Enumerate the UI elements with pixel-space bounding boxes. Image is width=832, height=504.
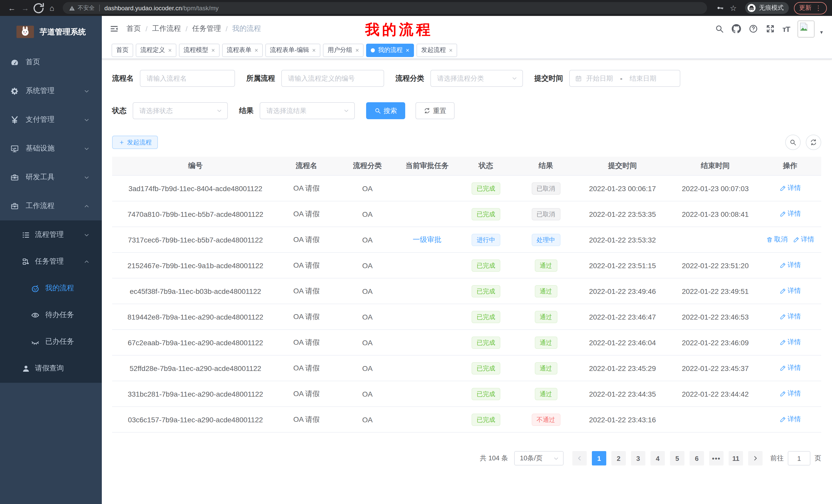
table-body: 3ad174fb-7b9d-11ec-8404-acde48001122 OA … [112, 176, 821, 432]
tab-label: 流程表单 [227, 46, 252, 54]
not-secure-badge[interactable]: 不安全 [69, 4, 95, 12]
sidebar-item[interactable]: 研发工具 [0, 163, 102, 192]
collapse-sidebar-icon[interactable] [109, 25, 119, 33]
address-bar[interactable]: 不安全 dashboard.yudao.iocoder.cn/bpm/task/… [63, 2, 707, 14]
sidebar-item[interactable]: 请假查询 [0, 355, 102, 382]
detail-action[interactable]: 详情 [779, 312, 801, 321]
search-icon[interactable] [714, 24, 724, 33]
tab-发起流程[interactable]: 发起流程 × [417, 44, 457, 57]
tab-用户分组[interactable]: 用户分组 × [323, 44, 364, 57]
total-count: 共 104 条 [480, 454, 508, 463]
prev-page-button[interactable] [572, 451, 587, 466]
forward-icon[interactable]: → [19, 1, 32, 15]
app-logo[interactable]: 芋道管理系统 [0, 16, 102, 48]
tab-流程表单[interactable]: 流程表单 × [222, 44, 263, 57]
page-button-5[interactable]: 5 [670, 451, 684, 466]
sidebar-item[interactable]: 待办任务 [0, 302, 102, 328]
page-button-3[interactable]: 3 [631, 451, 645, 466]
tab-首页[interactable]: 首页 [111, 44, 133, 57]
back-icon[interactable]: ← [5, 1, 19, 15]
fullscreen-icon[interactable] [765, 24, 775, 33]
calendar-icon [575, 75, 582, 82]
close-icon[interactable]: × [449, 47, 452, 54]
detail-action[interactable]: 详情 [779, 286, 801, 296]
detail-action[interactable]: 详情 [779, 184, 801, 193]
reset-button[interactable]: 重置 [415, 102, 454, 119]
page-button-2[interactable]: 2 [612, 451, 626, 466]
category-select[interactable]: 请选择流程分类 [431, 70, 523, 87]
font-size-icon[interactable]: тT [782, 24, 790, 33]
breadcrumb-item[interactable]: 任务管理 [192, 24, 221, 33]
detail-action[interactable]: 详情 [779, 363, 801, 373]
start-date-placeholder: 开始日期 [586, 74, 613, 83]
page-button-4[interactable]: 4 [650, 451, 665, 466]
github-icon[interactable] [731, 24, 741, 33]
cell-submit-time: 2022-01-22 23:46:47 [573, 313, 672, 321]
close-icon[interactable]: × [168, 47, 172, 54]
caret-down-icon[interactable]: ▼ [819, 30, 824, 35]
search-button[interactable]: 搜索 [366, 102, 405, 119]
breadcrumb-item[interactable]: 首页 [127, 24, 141, 33]
process-name-input-field[interactable] [140, 75, 234, 82]
divider [99, 5, 100, 11]
tab-流程定义[interactable]: 流程定义 × [136, 44, 176, 57]
cancel-action[interactable]: 取消 [766, 235, 787, 244]
tab-流程表单-编辑[interactable]: 流程表单-编辑 × [265, 44, 320, 57]
close-icon[interactable]: × [255, 47, 258, 54]
cell-current-task[interactable]: 一级审批 [400, 235, 453, 244]
goto-page-input[interactable] [788, 451, 810, 466]
sidebar-item[interactable]: 支付管理 [0, 105, 102, 134]
close-icon[interactable]: × [355, 47, 359, 54]
cell-submit-time: 2022-01-22 23:45:29 [573, 364, 672, 372]
sidebar-item[interactable]: 我的流程 [0, 275, 102, 302]
reload-icon[interactable] [32, 1, 45, 15]
sidebar-item[interactable]: 工作流程 [0, 192, 102, 220]
cell-id: 67c2eaab-7b9a-11ec-a290-acde48001122 [112, 338, 279, 346]
page-button-1[interactable]: 1 [592, 451, 606, 466]
sidebar-item[interactable]: 流程管理 [0, 221, 102, 248]
update-button[interactable]: 更新 ⋮ [794, 2, 827, 14]
show-search-button[interactable] [785, 135, 801, 150]
flow-icon [22, 257, 30, 266]
sidebar-item[interactable]: 基础设施 [0, 134, 102, 163]
page-size-select[interactable]: 10条/页 [514, 451, 564, 466]
result-select[interactable]: 请选择流结果 [260, 102, 355, 119]
breadcrumb-item[interactable]: 工作流程 [152, 24, 181, 33]
date-range-picker[interactable]: 开始日期 - 结束日期 [569, 70, 680, 87]
sidebar-item[interactable]: 首页 [0, 48, 102, 77]
column-header: 操作 [759, 161, 821, 171]
home-icon[interactable]: ⌂ [45, 1, 59, 15]
dashboard-icon [10, 58, 19, 66]
page-button-11[interactable]: 11 [729, 451, 743, 466]
cell-actions: 详情 [759, 389, 821, 399]
tab-我的流程[interactable]: 我的流程 × [366, 44, 414, 57]
close-icon[interactable]: × [312, 47, 316, 54]
next-page-button[interactable] [748, 451, 762, 466]
browser-menu-icon[interactable]: ⋮ [815, 4, 822, 12]
detail-action[interactable]: 详情 [779, 415, 801, 424]
detail-action[interactable]: 详情 [779, 389, 801, 398]
tab-流程模型[interactable]: 流程模型 × [179, 44, 219, 57]
sidebar-item[interactable]: 系统管理 [0, 77, 102, 105]
key-icon[interactable] [713, 1, 727, 15]
sidebar-item[interactable]: 已办任务 [0, 328, 102, 355]
column-header: 结束时间 [672, 161, 759, 171]
detail-action[interactable]: 详情 [779, 209, 801, 219]
status-select[interactable]: 请选择状态 [133, 102, 228, 119]
more-pages-button[interactable]: ••• [709, 451, 724, 466]
detail-action[interactable]: 详情 [793, 235, 814, 244]
sidebar-item[interactable]: 任务管理 [0, 248, 102, 275]
detail-action[interactable]: 详情 [779, 338, 801, 347]
process-name-input[interactable] [140, 70, 235, 87]
page-button-6[interactable]: 6 [690, 451, 704, 466]
process-def-input-field[interactable] [282, 75, 384, 82]
refresh-table-button[interactable] [806, 135, 821, 150]
help-icon[interactable] [749, 24, 758, 33]
close-icon[interactable]: × [211, 47, 215, 54]
detail-action[interactable]: 详情 [779, 261, 801, 270]
create-process-button[interactable]: ＋ 发起流程 [112, 136, 158, 149]
avatar[interactable] [798, 20, 814, 37]
close-icon[interactable]: × [406, 47, 409, 54]
process-def-input[interactable] [281, 70, 384, 87]
bookmark-star-icon[interactable]: ☆ [727, 1, 740, 15]
